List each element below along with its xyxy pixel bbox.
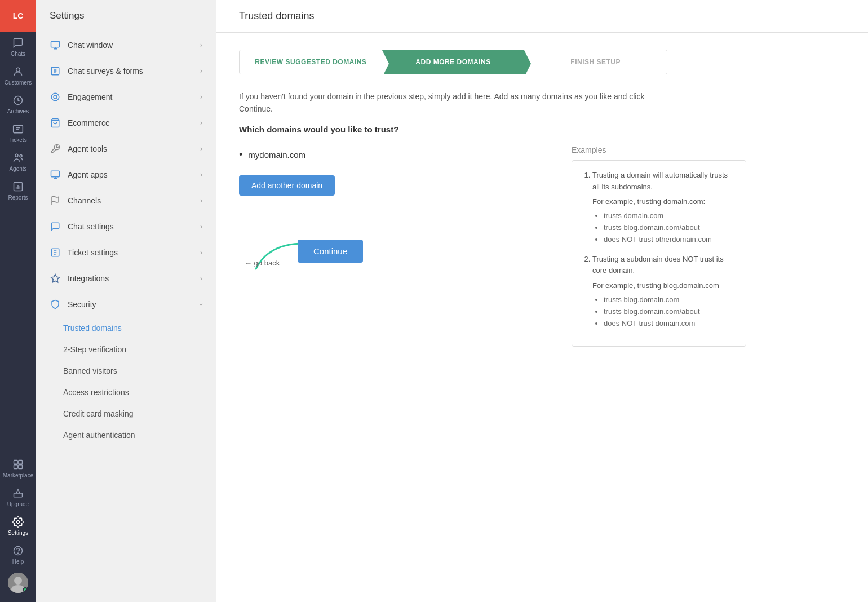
menu-item-engagement-label: Engagement	[68, 92, 112, 101]
step-finish[interactable]: FINISH SETUP	[524, 50, 667, 74]
submenu-access-restrictions[interactable]: Access restrictions	[36, 382, 216, 403]
right-column: Examples Trusting a domain will automati…	[572, 145, 746, 347]
svg-point-0	[16, 68, 20, 72]
icon-nav: Chats Customers Archives Tickets Agents …	[0, 32, 36, 453]
chevron-icon: ›	[200, 145, 202, 153]
icon-sidebar: LC Chats Customers Archives Tickets Agen…	[0, 0, 36, 602]
svg-point-17	[14, 547, 23, 555]
menu-item-integrations[interactable]: Integrations ›	[36, 265, 216, 291]
example-2-bullet-1: trusts blog.domain.com	[604, 294, 734, 306]
example-2-intro: For example, trusting blog.domain.com	[592, 280, 734, 292]
menu-item-ticket-settings-label: Ticket settings	[68, 248, 118, 257]
nav-icon-upgrade[interactable]: Upgrade	[0, 482, 36, 511]
avatar[interactable]	[8, 573, 28, 593]
nav-icon-reports[interactable]: Reports	[0, 175, 36, 204]
settings-title: Settings	[36, 0, 216, 32]
nav-icon-settings[interactable]: Settings	[0, 511, 36, 539]
step-review-label: REVIEW SUGGESTED DOMAINS	[255, 58, 366, 66]
menu-item-chat-settings-label: Chat settings	[68, 222, 114, 231]
main-body: REVIEW SUGGESTED DOMAINS ADD MORE DOMAIN…	[216, 33, 868, 364]
agent-apps-icon	[50, 169, 61, 180]
main-content: Trusted domains REVIEW SUGGESTED DOMAINS…	[216, 0, 868, 602]
chevron-icon: ›	[200, 171, 202, 179]
svg-rect-15	[14, 493, 23, 497]
ecommerce-icon	[50, 117, 61, 129]
svg-point-6	[20, 155, 22, 157]
nav-icon-tickets[interactable]: Tickets	[0, 118, 36, 147]
avatar-status-dot	[23, 587, 28, 593]
menu-item-engagement[interactable]: Engagement ›	[36, 84, 216, 110]
chevron-icon: ›	[200, 223, 202, 231]
submenu-2step-label: 2-Step verification	[63, 345, 126, 354]
step-add-more[interactable]: ADD MORE DOMAINS	[382, 50, 525, 74]
ticket-settings-icon	[50, 247, 61, 258]
menu-item-agent-apps[interactable]: Agent apps ›	[36, 162, 216, 188]
example-2-bullet-3: does NOT trust domain.com	[604, 318, 734, 330]
example-1-text: Trusting a domain will automatically tru…	[592, 171, 728, 191]
chat-window-icon	[50, 39, 61, 51]
chat-surveys-icon	[50, 65, 61, 77]
menu-item-ticket-settings[interactable]: Ticket settings ›	[36, 240, 216, 265]
add-domain-button[interactable]: Add another domain	[239, 175, 335, 196]
svg-rect-11	[14, 461, 18, 464]
svg-rect-22	[51, 41, 60, 47]
continue-button[interactable]: Continue	[298, 240, 363, 263]
submenu-banned-visitors-label: Banned visitors	[63, 366, 117, 375]
chevron-icon: ›	[200, 119, 202, 127]
menu-item-security-label: Security	[68, 300, 96, 309]
submenu-agent-authentication-label: Agent authentication	[63, 431, 135, 440]
submenu-2step[interactable]: 2-Step verification	[36, 339, 216, 360]
nav-icon-chats[interactable]: Chats	[0, 32, 36, 60]
menu-item-ecommerce-label: Ecommerce	[68, 118, 110, 127]
example-1-intro: For example, trusting domain.com:	[592, 196, 734, 208]
submenu-trusted-domains[interactable]: Trusted domains	[36, 317, 216, 339]
nav-icon-agents[interactable]: Agents	[0, 147, 36, 175]
menu-item-ecommerce[interactable]: Ecommerce ›	[36, 110, 216, 136]
menu-item-chat-surveys-label: Chat surveys & forms	[68, 67, 143, 76]
navigation-row: ← go back Continue	[239, 218, 549, 275]
icon-nav-bottom: Marketplace Upgrade Settings Help	[0, 453, 36, 602]
chevron-icon: ›	[200, 67, 202, 75]
security-expand-icon: ›	[197, 303, 205, 306]
description-text: If you haven't found your domain in the …	[239, 90, 667, 116]
nav-icon-agents-label: Agents	[9, 166, 26, 172]
examples-label: Examples	[572, 145, 746, 154]
nav-icon-upgrade-label: Upgrade	[7, 501, 29, 507]
menu-item-agent-tools[interactable]: Agent tools ›	[36, 136, 216, 162]
example-1-bullet-2: trusts blog.domain.com/about	[604, 222, 734, 234]
menu-item-security[interactable]: Security ›	[36, 291, 216, 317]
nav-icon-archives[interactable]: Archives	[0, 89, 36, 118]
svg-rect-2	[14, 125, 23, 132]
menu-item-chat-settings[interactable]: Chat settings ›	[36, 214, 216, 240]
nav-icon-reports-label: Reports	[8, 194, 28, 201]
submenu-access-restrictions-label: Access restrictions	[63, 388, 129, 397]
menu-item-channels[interactable]: Channels ›	[36, 188, 216, 214]
chevron-icon: ›	[200, 249, 202, 256]
nav-icon-marketplace[interactable]: Marketplace	[0, 453, 36, 482]
nav-icon-chats-label: Chats	[11, 51, 25, 57]
menu-item-chat-window[interactable]: Chat window ›	[36, 32, 216, 58]
svg-point-30	[54, 95, 57, 99]
submenu-agent-authentication[interactable]: Agent authentication	[36, 424, 216, 446]
agent-tools-icon	[50, 143, 61, 154]
nav-icon-tickets-label: Tickets	[9, 137, 26, 143]
nav-icon-marketplace-label: Marketplace	[3, 472, 33, 479]
example-2-text: Trusting a subdomain does NOT trust its …	[592, 255, 724, 275]
integrations-icon	[50, 273, 61, 284]
chat-settings-icon	[50, 221, 61, 232]
step-review[interactable]: REVIEW SUGGESTED DOMAINS	[240, 50, 382, 74]
chevron-icon: ›	[200, 93, 202, 101]
nav-icon-customers-label: Customers	[5, 79, 32, 86]
submenu-banned-visitors[interactable]: Banned visitors	[36, 360, 216, 382]
chevron-icon: ›	[200, 275, 202, 282]
menu-item-chat-surveys[interactable]: Chat surveys & forms ›	[36, 58, 216, 84]
go-back-link[interactable]: ← go back	[245, 259, 280, 267]
nav-icon-help[interactable]: Help	[0, 539, 36, 568]
submenu-credit-card-masking[interactable]: Credit card masking	[36, 403, 216, 424]
menu-item-agent-tools-label: Agent tools	[68, 144, 107, 153]
nav-icon-customers[interactable]: Customers	[0, 60, 36, 89]
svg-rect-32	[51, 171, 60, 177]
submenu-credit-card-masking-label: Credit card masking	[63, 409, 134, 418]
nav-icon-help-label: Help	[12, 559, 24, 565]
domain-item: mydomain.com	[239, 145, 549, 164]
